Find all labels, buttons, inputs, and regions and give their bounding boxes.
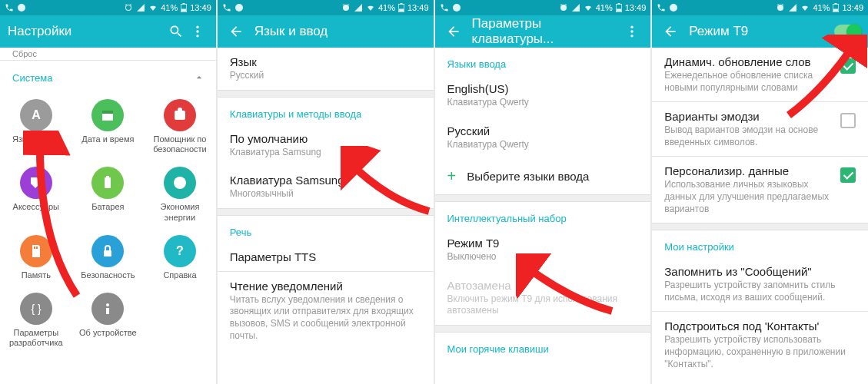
app-bar: Язык и ввод <box>218 15 434 48</box>
wifi-icon <box>148 3 158 12</box>
tile-label: Аксессуары <box>13 202 59 212</box>
settings-tile-10[interactable]: Об устройстве <box>72 286 145 354</box>
pref-title: По умолчанию <box>230 132 421 145</box>
pref-row[interactable]: Динамич. обновление словЕженедельное обн… <box>652 48 868 101</box>
settings-tile-2[interactable]: Помощник по безопасности <box>144 93 216 161</box>
settings-tile-6[interactable]: Память <box>0 229 72 286</box>
pref-subtitle: Клавиатура Qwerty <box>447 97 639 109</box>
svg-point-22 <box>235 4 243 12</box>
pref-title: Параметры TTS <box>230 250 421 263</box>
settings-tile-7[interactable]: Безопасность <box>72 229 145 286</box>
svg-rect-13 <box>106 176 109 177</box>
clock: 13:49 <box>190 3 211 12</box>
more-button[interactable] <box>621 21 643 42</box>
settings-tile-8[interactable]: ?Справка <box>144 229 216 286</box>
pref-row[interactable]: ЯзыкРусский <box>218 48 434 90</box>
pref-row[interactable]: Персонализир. данныеИспользование личных… <box>652 157 868 223</box>
app-bar: Параметры клавиатуры... <box>435 15 651 48</box>
svg-point-26 <box>453 4 461 12</box>
chevron-up-icon <box>193 71 205 84</box>
checkbox[interactable] <box>840 167 856 183</box>
back-button[interactable] <box>225 21 247 42</box>
phone-icon <box>5 3 14 12</box>
phone-icon <box>657 3 666 12</box>
more-button[interactable] <box>187 21 208 42</box>
svg-rect-9 <box>102 111 113 114</box>
wifi-icon <box>800 3 810 12</box>
wifi-icon <box>366 3 375 12</box>
tile-label: Помощник по безопасности <box>147 134 213 154</box>
pref-row[interactable]: Подстроиться под 'Контакты'Разрешить уст… <box>652 312 868 378</box>
phone-settings: 41% 13:49 Настройки Сброс Система AЯзык … <box>0 0 216 384</box>
app-bar: Режим Т9 <box>652 15 868 48</box>
settings-tile-0[interactable]: AЯзык и ввод <box>0 93 72 161</box>
checkbox[interactable] <box>840 58 856 74</box>
svg-rect-17 <box>104 250 111 257</box>
tile-icon <box>91 99 124 131</box>
pref-title: Клавиатура Samsung <box>230 174 421 187</box>
viber-icon <box>452 3 461 12</box>
pref-row[interactable]: Режим Т9Выключено <box>435 229 651 271</box>
section-header: Языки ввода <box>435 48 651 74</box>
back-button[interactable] <box>660 21 681 42</box>
settings-tile-1[interactable]: Дата и время <box>72 93 145 161</box>
pref-subtitle: Еженедельное обновление списка новыми по… <box>664 70 833 94</box>
section-header: Речь <box>218 216 434 243</box>
tile-icon <box>20 167 52 199</box>
status-bar: 41% 13:49 <box>652 0 868 15</box>
svg-text:A: A <box>32 108 41 121</box>
pref-row[interactable]: Варианты эмодзиВывод вариантов эмодзи на… <box>652 102 868 156</box>
svg-rect-29 <box>617 9 621 12</box>
pref-row[interactable]: Запомнить из "Сообщений"Разрешить устрой… <box>652 257 868 311</box>
svg-rect-15 <box>34 247 35 249</box>
pref-row[interactable]: English(US)Клавиатура Qwerty <box>435 74 651 117</box>
svg-rect-12 <box>105 177 111 188</box>
truncated-row[interactable]: Сброс <box>0 48 216 60</box>
app-bar: Настройки <box>0 15 216 48</box>
tile-icon <box>91 167 124 199</box>
pref-row[interactable]: Клавиатура SamsungМногоязычный <box>218 166 434 208</box>
section-divider <box>435 194 651 202</box>
svg-point-30 <box>631 26 634 28</box>
pref-row: АвтозаменаВключить режим Т9 для использо… <box>435 271 651 325</box>
pref-row[interactable]: Чтение уведомленийЧитать вслух уведомлен… <box>218 272 434 349</box>
content: Языки вводаEnglish(US)Клавиатура QwertyР… <box>435 48 651 384</box>
svg-point-20 <box>106 303 109 306</box>
viber-icon <box>17 3 26 12</box>
section-header: Мои горячие клавиши <box>435 333 651 359</box>
tile-label: Батарея <box>91 202 124 212</box>
svg-point-5 <box>196 30 198 32</box>
section-system[interactable]: Система <box>0 61 216 88</box>
tile-label: Об устройстве <box>79 328 137 338</box>
pref-row[interactable]: По умолчаниюКлавиатура Samsung <box>218 124 434 167</box>
svg-point-0 <box>18 4 25 12</box>
settings-tile-4[interactable]: Батарея <box>72 161 145 228</box>
settings-tile-5[interactable]: Экономия энергии <box>144 161 216 228</box>
pref-subtitle: Клавиатура Qwerty <box>447 139 639 151</box>
svg-rect-35 <box>835 3 837 5</box>
search-button[interactable] <box>165 21 187 42</box>
page-title: Настройки <box>8 24 165 39</box>
pref-row[interactable]: РусскийКлавиатура Qwerty <box>435 117 651 159</box>
svg-rect-16 <box>36 247 38 249</box>
status-bar: 41% 13:49 <box>435 0 651 15</box>
pref-subtitle: Включить режим Т9 для использования авто… <box>447 293 639 317</box>
content: ЯзыкРусскийКлавиатуры и методы вводаПо у… <box>218 48 434 384</box>
alarm-icon <box>559 3 568 12</box>
add-label: Выберите языки ввода <box>467 170 589 183</box>
battery-pct: 41% <box>161 3 178 12</box>
svg-point-11 <box>178 108 182 112</box>
checkbox[interactable] <box>840 113 856 128</box>
svg-point-32 <box>631 35 634 37</box>
pref-title: Запомнить из "Сообщений" <box>664 265 856 278</box>
master-toggle[interactable] <box>834 25 860 38</box>
settings-tile-9[interactable]: { }Параметры разработчика <box>0 286 72 354</box>
status-bar: 41% 13:49 <box>0 0 216 15</box>
pref-row[interactable]: Параметры TTS <box>218 243 434 271</box>
add-language-row[interactable]: +Выберите языки ввода <box>435 158 651 194</box>
tile-label: Параметры разработчика <box>3 328 69 348</box>
settings-tile-3[interactable]: Аксессуары <box>0 161 72 228</box>
tile-icon <box>164 99 196 131</box>
section-header: Интеллектуальный набор <box>435 202 651 229</box>
back-button[interactable] <box>443 21 464 42</box>
